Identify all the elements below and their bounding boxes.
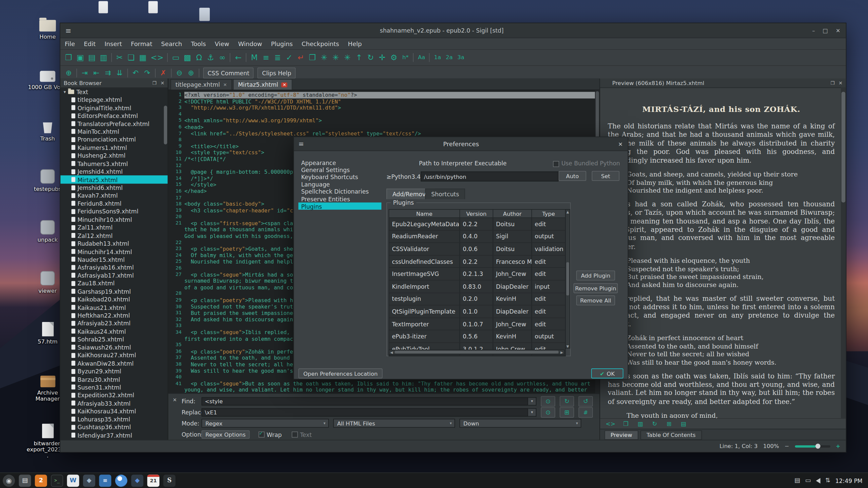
table-horizontal-scrollbar[interactable]: ◀ ▶ <box>389 350 565 355</box>
plugin-row[interactable]: KindleImport 0.83.0 DiapDealer input <box>389 280 565 293</box>
zal11-xhtml[interactable]: Zal11.xhtml <box>60 224 167 232</box>
chevron-down-icon[interactable]: ▾ <box>64 89 66 94</box>
editorspreface-xhtml[interactable]: EditorsPreface.xhtml <box>60 111 167 120</box>
network-icon[interactable]: ⇅ <box>825 477 830 484</box>
plugin-row[interactable]: testplugin 0.2.0 KevinH edit <box>389 293 565 305</box>
copy-icon[interactable]: ❏ <box>127 54 135 62</box>
plugin-1-icon[interactable]: ✳ <box>320 54 328 62</box>
find-input[interactable]: <style <box>202 397 528 405</box>
save-icon[interactable]: ▣ <box>76 54 84 62</box>
tab-table-of-contents[interactable]: Table Of Contents <box>640 430 702 440</box>
zoom-in-icon[interactable]: ⊕ <box>187 69 195 77</box>
plugin-row[interactable]: Epub2LegacyMetaData 0.2.2 Doitsu edit <box>389 218 565 231</box>
new-epub-icon[interactable]: ▤ <box>88 54 96 62</box>
close-button[interactable]: ✕ <box>836 27 840 33</box>
paste-icon[interactable]: ▦ <box>139 54 147 62</box>
partial-desktop-icon[interactable] <box>199 8 210 21</box>
word-processor-launcher[interactable]: W <box>67 474 79 486</box>
kaikhosrau27-xhtml[interactable]: KaiKhosrau27.xhtml <box>60 351 167 359</box>
open-folder-icon[interactable]: ❐ <box>65 54 73 62</box>
spellcheck-dictionaries[interactable]: Spellcheck Dictionaries <box>298 188 381 195</box>
titlepage-xhtml[interactable]: titlepage.xhtml <box>60 96 167 104</box>
scroll-left-icon[interactable]: ◀ <box>390 350 393 354</box>
delete-icon[interactable]: ✗ <box>159 69 167 77</box>
originaltitle-xhtml[interactable]: OriginalTitle.xhtml <box>60 104 167 112</box>
help[interactable]: Help <box>343 40 366 47</box>
language[interactable]: Language <box>298 181 381 188</box>
asfrasiyab16-xhtml[interactable]: Asfrasiyab16.xhtml <box>60 263 167 271</box>
clip-outdent-icon[interactable]: ⇤ <box>92 69 100 77</box>
partial-desktop-icon[interactable] <box>98 1 108 13</box>
zoom-in-icon[interactable]: + <box>836 443 840 449</box>
jemshid6-xhtml[interactable]: Jemshid6.xhtml <box>60 184 167 192</box>
markdown-icon[interactable]: M <box>251 54 258 62</box>
close-panel-icon[interactable]: ✕ <box>160 80 164 86</box>
afrasiyab23-xhtml[interactable]: Afrasiyab23.xhtml <box>60 319 167 327</box>
edit[interactable]: Edit <box>80 40 100 47</box>
minuchihr10-xhtml[interactable]: Minuchihr10.xhtml <box>60 216 167 224</box>
ordered-list-icon[interactable]: ≣ <box>274 54 281 62</box>
insert-link-icon[interactable]: ∞ <box>218 54 226 62</box>
scrollbar-thumb[interactable] <box>566 262 569 295</box>
general-settings[interactable]: General Settings <box>298 166 381 173</box>
gushtasp36-xhtml[interactable]: Gushtasp36.xhtml <box>60 423 167 431</box>
index-2-icon[interactable]: 2a <box>445 54 453 62</box>
files-select[interactable]: All HTML Files <box>333 419 455 427</box>
misspelled-word-icon[interactable]: ↵ <box>297 54 305 62</box>
husheng2-xhtml[interactable]: Husheng2.xhtml <box>60 152 167 160</box>
scroll-up-icon[interactable]: ▲ <box>566 210 569 214</box>
book-browser-tree[interactable]: ▾ Text titlepage.xhtml OriginalTitle.xht… <box>60 88 167 441</box>
clip-indent-icon[interactable]: ⇥ <box>81 69 88 77</box>
scroll-right-icon[interactable]: ▶ <box>560 350 563 354</box>
print-icon[interactable]: ▤ <box>680 420 687 427</box>
inspect-icon[interactable]: ⊞ <box>665 420 673 427</box>
dialog-menu-icon[interactable]: ≡ <box>298 140 304 148</box>
plugin-row[interactable]: CSSValidator 0.0.6 Doitsu validation <box>389 243 565 255</box>
add-plugin-button[interactable]: Add Plugin <box>577 270 615 281</box>
regex-options-button[interactable]: Regex Options <box>202 430 250 438</box>
display-icon[interactable]: ▭ <box>805 477 811 484</box>
garshasp19-xhtml[interactable]: Garshasp19.xhtml <box>60 287 167 295</box>
format[interactable]: Format <box>126 40 157 47</box>
kaikaus24-xhtml[interactable]: Kaikaus24.xhtml <box>60 327 167 335</box>
float-panel-icon[interactable]: ❐ <box>830 80 835 86</box>
file-manager-launcher[interactable]: ▤ <box>19 474 31 486</box>
terminal-launcher[interactable]: >_ <box>51 474 63 486</box>
susen31-xhtml[interactable]: Susen31.xhtml <box>60 383 167 391</box>
tab-mirtaz5[interactable]: Mirtaz5.xhtml ✕ <box>233 79 292 89</box>
undo-icon[interactable]: ↶ <box>132 69 140 77</box>
split-view-icon[interactable]: ▥ <box>636 420 644 427</box>
kaikhosrau34-xhtml[interactable]: KaiKhosrau34.xhtml <box>60 407 167 415</box>
jemshid4-xhtml[interactable]: Jemshid4.xhtml <box>60 168 167 176</box>
close-panel-icon[interactable]: ✕ <box>839 80 843 86</box>
zau18-xhtml[interactable]: Zau18.xhtml <box>60 279 167 287</box>
window-menu-icon[interactable]: ≡ <box>65 26 71 35</box>
gem-2-launcher[interactable]: ◆ <box>131 474 143 486</box>
add-circle-icon[interactable]: ⊕ <box>65 69 73 77</box>
barzu30-xhtml[interactable]: Barzu30.xhtml <box>60 376 167 384</box>
window[interactable]: Window <box>234 40 267 47</box>
plugin-2-icon[interactable]: ✳ <box>332 54 340 62</box>
akwandiw28-xhtml[interactable]: AkwanDiw28.xhtml <box>60 359 167 367</box>
open-preferences-location-button[interactable]: Open Preferences Location <box>298 368 383 379</box>
refresh-icon[interactable]: ↻ <box>651 420 658 427</box>
clips-help-button[interactable]: Clips Help <box>258 68 296 79</box>
byzun29-xhtml[interactable]: Byzun29.xhtml <box>60 367 167 376</box>
find-close-icon[interactable]: ✕ <box>173 397 177 403</box>
zoom-out-icon[interactable]: − <box>784 443 789 449</box>
preserve-entities[interactable]: Preserve Entities <box>298 195 381 203</box>
split-marker-icon[interactable]: ▭ <box>172 54 180 62</box>
isfendiyar37-xhtml[interactable]: Isfendiyar37.xhtml <box>60 431 167 439</box>
kaiumers1-xhtml[interactable]: Kaiumers1.xhtml <box>60 143 167 152</box>
partial-desktop-icon[interactable] <box>148 1 158 13</box>
clip-right-icon[interactable]: ⇉ <box>104 69 112 77</box>
find-next-button[interactable]: ⊙ <box>541 396 555 406</box>
kaikobad20-xhtml[interactable]: Kaikobad20.xhtml <box>60 295 167 303</box>
plugins[interactable]: Plugins <box>298 203 381 210</box>
asfrasiyab17-xhtml[interactable]: Asfrasiyab17.xhtml <box>60 271 167 280</box>
ok-button[interactable]: ✔ OK <box>591 368 623 379</box>
maintoc-xhtml[interactable]: MainToc.xhtml <box>60 128 167 136</box>
anchor-icon[interactable]: ⚓ <box>207 54 215 62</box>
tree-root-folder[interactable]: ▾ Text <box>60 88 167 96</box>
clip-down-icon[interactable]: ⇊ <box>116 69 123 77</box>
